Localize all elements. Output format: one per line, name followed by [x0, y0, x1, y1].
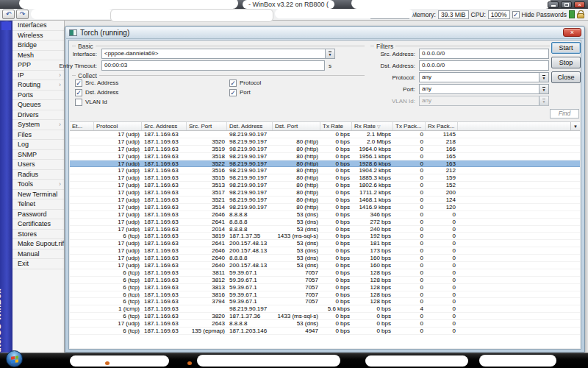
sidebar-item-log[interactable]: Log	[12, 140, 64, 150]
sidebar-item-snmp[interactable]: SNMP	[12, 150, 64, 160]
table-cell: 6 (tcp)	[94, 328, 142, 334]
redo-button[interactable]: ↷	[16, 10, 29, 19]
column-header-rx-rate[interactable]: Rx Rate▽	[352, 122, 393, 130]
checkbox-protocol[interactable]: ✓	[229, 79, 237, 87]
table-cell: 187.1.169.63	[142, 182, 187, 188]
table-row[interactable]: 17 (udp)187.1.169.63351598.219.90.19780 …	[70, 174, 580, 182]
column-header-protocol[interactable]: Protocol	[94, 122, 142, 130]
table-row[interactable]: 6 (tcp)187.1.169.633820187.1.37.361433 (…	[70, 313, 580, 320]
sidebar-item-mesh[interactable]: Mesh	[12, 51, 64, 61]
sidebar-item-label: Interfaces	[18, 21, 47, 29]
checkbox-vlan-id[interactable]	[75, 99, 82, 106]
sidebar-item-ip[interactable]: IP›	[12, 71, 64, 81]
column-header-rx-pack[interactable]: Rx Pack...	[426, 122, 458, 130]
sidebar-item-wireless[interactable]: Wireless	[12, 31, 64, 41]
checkbox-dst-address[interactable]: ✓	[75, 89, 82, 96]
close-button[interactable]: ×	[574, 1, 585, 8]
sidebar-item-routing[interactable]: Routing›	[12, 80, 64, 91]
table-row[interactable]: 17 (udp)187.1.169.6326468.8.8.853 (dns)0…	[70, 211, 580, 219]
sidebar-item-users[interactable]: Users	[12, 160, 64, 170]
interface-dropdown-button[interactable]: ▼	[325, 49, 334, 58]
table-row[interactable]: 17 (udp)187.1.169.63352098.219.90.19780 …	[70, 138, 580, 146]
torch-titlebar[interactable]: Torch (running)	[66, 27, 584, 39]
table-row[interactable]: 17 (udp)187.1.169.63351898.219.90.19780 …	[70, 153, 580, 160]
table-row[interactable]: 6 (tcp)187.1.169.63381259.39.67.170570 b…	[70, 277, 580, 284]
column-header-src-address[interactable]: Src. Address	[142, 122, 187, 130]
sidebar-item-password[interactable]: Password	[12, 210, 64, 220]
maximize-button[interactable]	[561, 1, 572, 8]
filter-dropdown-button[interactable]: ▼	[539, 73, 548, 82]
table-row[interactable]: 17 (udp)187.1.169.63352198.219.90.19780 …	[70, 197, 580, 204]
sidebar-item-make-supout-rif[interactable]: Make Supout.rif	[12, 239, 64, 250]
redaction-scribble	[351, 0, 551, 9]
start-button-orb[interactable]	[6, 350, 23, 367]
stop-button[interactable]: Stop	[551, 57, 581, 68]
table-row[interactable]: 6 (tcp)187.1.169.63381359.39.67.170570 b…	[70, 284, 580, 291]
filter-field-port[interactable]: any▼	[419, 84, 549, 94]
minimize-button[interactable]	[548, 1, 559, 8]
start-button[interactable]: Start	[551, 42, 581, 54]
table-row[interactable]: 17 (udp)187.1.169.6326408.8.8.853 (dns)0…	[70, 255, 580, 262]
filter-field-dst-address[interactable]: 0.0.0.0/0	[419, 60, 549, 71]
filter-dropdown-button[interactable]: ▼	[539, 85, 548, 93]
table-row[interactable]: 6 (tcp)187.1.169.63381159.39.67.170570 b…	[70, 269, 580, 277]
torch-close-button[interactable]: ×	[563, 28, 581, 37]
table-row[interactable]: 17 (udp)187.1.169.6398.219.90.1970 bps2.…	[70, 131, 580, 138]
column-header-dst-port[interactable]: Dst. Port	[273, 122, 320, 130]
table-row[interactable]: 17 (udp)187.1.169.632640200.157.48.1353 …	[70, 262, 580, 269]
table-row[interactable]: 17 (udp)187.1.169.63351998.219.90.19780 …	[70, 146, 580, 153]
sidebar-item-tools[interactable]: Tools›	[12, 180, 64, 190]
sidebar-item-drivers[interactable]: Drivers	[12, 110, 64, 121]
table-cell: 6 (tcp)	[94, 298, 142, 305]
column-header-src-port[interactable]: Src. Port	[187, 122, 227, 130]
sidebar-item-telnet[interactable]: Telnet	[12, 199, 64, 210]
column-header-tx-pack[interactable]: Tx Pack...	[393, 122, 426, 130]
sidebar-item-system[interactable]: System›	[12, 120, 64, 130]
table-row[interactable]: 17 (udp)187.1.169.63351698.219.90.19780 …	[70, 167, 580, 174]
table-row[interactable]: 6 (tcp)187.1.169.63379459.39.67.170570 b…	[70, 298, 580, 305]
interface-combo[interactable]: <pppoe-danniela69> ▼	[101, 49, 335, 59]
table-row[interactable]: 17 (udp)187.1.169.6326438.8.8.853 (dns)0…	[70, 320, 580, 328]
filter-label-src-address: Src. Address:	[380, 51, 415, 57]
window-titlebar[interactable]: - WinBox v3.22 on RB800 ( ×	[0, 0, 588, 9]
entry-timeout-field[interactable]: 00:00:03	[101, 60, 325, 71]
table-row[interactable]: 17 (udp)187.1.169.6326418.8.8.853 (dns)0…	[70, 219, 580, 226]
table-row[interactable]: 17 (udp)187.1.169.63352298.219.90.19780 …	[70, 160, 580, 168]
sidebar-item-bridge[interactable]: Bridge	[12, 40, 64, 51]
filter-field-src-address[interactable]: 0.0.0.0/0	[419, 49, 549, 59]
sidebar-item-radius[interactable]: Radius	[12, 170, 64, 180]
sidebar-item-files[interactable]: Files	[12, 130, 64, 141]
column-header-dst-address[interactable]: Dst. Address	[227, 122, 273, 130]
sidebar-item-ports[interactable]: Ports	[12, 91, 64, 101]
table-row[interactable]: 17 (udp)187.1.169.6320148.8.8.853 (dns)0…	[70, 226, 580, 233]
sidebar-item-certificates[interactable]: Certificates	[12, 219, 64, 230]
table-row[interactable]: 17 (udp)187.1.169.63351798.219.90.19780 …	[70, 189, 580, 197]
filter-field-protocol[interactable]: any▼	[419, 72, 549, 82]
sidebar-item-exit[interactable]: Exit	[12, 259, 64, 269]
sidebar-item-ppp[interactable]: PPP	[12, 60, 64, 71]
table-row[interactable]: 17 (udp)187.1.169.632641200.157.48.1353 …	[70, 240, 580, 247]
column-header-tx-rate[interactable]: Tx Rate	[320, 122, 352, 130]
hide-passwords-checkbox[interactable]: ✓	[512, 11, 520, 18]
table-row[interactable]: 17 (udp)187.1.169.63351398.219.90.19780 …	[70, 182, 580, 189]
sidebar-item-stores[interactable]: Stores	[12, 230, 64, 240]
undo-button[interactable]: ↶	[2, 10, 15, 19]
table-cell: 187.1.169.63	[142, 204, 187, 210]
find-input[interactable]: Find	[550, 109, 579, 118]
sidebar-item-manual[interactable]: Manual	[12, 250, 64, 260]
table-row[interactable]: 6 (tcp)187.1.169.63381659.39.67.170570 b…	[70, 291, 580, 299]
close-torch-button[interactable]: Close	[551, 71, 581, 83]
column-select-button[interactable]: ▼	[570, 122, 580, 130]
checkbox-src-address[interactable]: ✓	[75, 79, 82, 87]
table-row[interactable]: 6 (tcp)187.1.169.633819187.1.37.351433 (…	[70, 233, 580, 240]
checkbox-port[interactable]: ✓	[229, 89, 237, 96]
table-row[interactable]: 6 (tcp)187.1.169.63135 (epmap)187.1.203.…	[70, 328, 580, 335]
table-row[interactable]: 17 (udp)187.1.169.632646200.157.48.1353 …	[70, 247, 580, 255]
sidebar-item-interfaces[interactable]: Interfaces	[12, 21, 64, 31]
table-row[interactable]: 17 (udp)187.1.169.63351498.219.90.19780 …	[70, 204, 580, 211]
sidebar-item-new-terminal[interactable]: New Terminal	[12, 190, 64, 200]
sidebar-item-queues[interactable]: Queues	[12, 100, 64, 110]
table-row[interactable]: 1 (icmp)187.1.169.6398.219.90.1975.6 kbp…	[70, 305, 580, 313]
table-cell: 0 bps	[320, 255, 352, 261]
column-header-et[interactable]: Et...	[70, 122, 94, 130]
